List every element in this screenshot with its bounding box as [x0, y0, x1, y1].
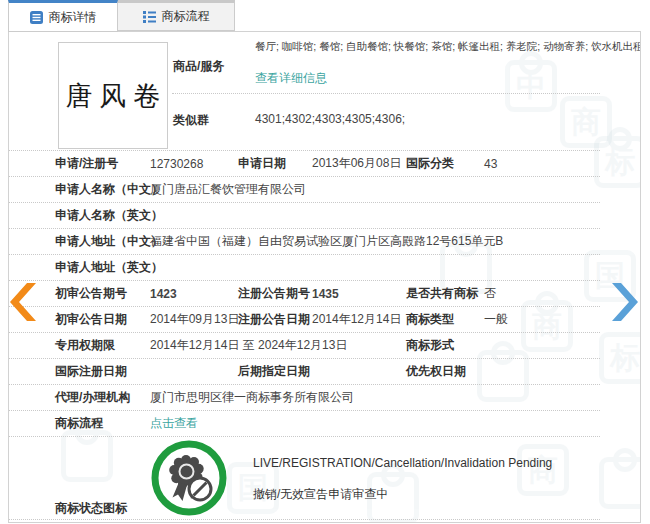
trademark-image: 唐风卷 [58, 42, 168, 149]
goods-services-label: 商品/服务 [173, 58, 224, 75]
field-label: 代理/办理机构 [55, 389, 150, 406]
trademark-status-row: 商标状态图标 [9, 436, 600, 520]
view-details-link[interactable]: 查看详细信息 [255, 70, 327, 87]
field-label: 申请人名称（英文） [55, 207, 150, 224]
trademark-name: 唐风卷 [59, 78, 168, 114]
field-label: 申请人地址（英文） [55, 259, 150, 276]
goods-services-value: 餐厅; 咖啡馆; 餐馆; 自助餐馆; 快餐馆; 茶馆; 帐篷出租; 养老院; 动… [255, 40, 640, 54]
field-value: 2014年09月13日 [150, 311, 238, 328]
field-label: 国际注册日期 [55, 363, 150, 380]
field-label: 申请人名称（中文） [55, 181, 150, 198]
table-row: 申请人名称（英文） [9, 203, 600, 229]
status-text-zh: 撤销/无效宣告申请审查中 [253, 486, 388, 503]
field-value: 2014年12月14日 [312, 311, 406, 328]
table-row: 商标流程 点击查看 [9, 411, 600, 437]
field-label: 申请日期 [238, 155, 312, 172]
table-row: 代理/办理机构 厦门市思明区律一商标事务所有限公司 [9, 385, 600, 411]
table-row: 初审公告期号 1423 注册公告期号 1435 是否共有商标 否 [9, 281, 600, 307]
previous-arrow-button[interactable] [10, 283, 38, 321]
field-value: 厦门唐品汇餐饮管理有限公司 [150, 181, 600, 198]
field-label: 商标流程 [55, 415, 150, 432]
field-value: 1435 [312, 287, 406, 301]
field-label: 初审公告日期 [55, 311, 150, 328]
table-row: 申请人名称（中文） 厦门唐品汇餐饮管理有限公司 [9, 177, 600, 203]
field-value: 厦门市思明区律一商标事务所有限公司 [150, 389, 600, 406]
field-label: 注册公告期号 [238, 285, 312, 302]
field-value: 1423 [150, 287, 238, 301]
field-value: 福建省中国（福建）自由贸易试验区厦门片区高殿路12号615单元B [150, 233, 600, 250]
tab-trademark-detail[interactable]: 商标详情 [8, 0, 118, 32]
field-label: 专用权期限 [55, 337, 150, 354]
field-label: 后期指定日期 [238, 363, 312, 380]
field-label: 申请人地址（中文） [55, 233, 150, 250]
status-icon-label: 商标状态图标 [55, 500, 127, 517]
table-row: 申请/注册号 12730268 申请日期 2013年06月08日 国际分类 43 [9, 151, 600, 177]
field-label: 申请/注册号 [55, 155, 150, 172]
field-value: 否 [484, 285, 600, 302]
field-label: 是否共有商标 [406, 285, 484, 302]
tab-trademark-detail-label: 商标详情 [49, 9, 97, 26]
field-value: 2014年12月14日 至 2024年12月13日 [150, 337, 406, 354]
click-to-view-link[interactable]: 点击查看 [150, 415, 600, 432]
document-list-icon [30, 11, 43, 24]
tab-bar: 商标详情 商标流程 [0, 0, 650, 31]
similar-group-label: 类似群 [173, 112, 209, 129]
table-row: 初审公告日期 2014年09月13日 注册公告日期 2014年12月14日 商标… [9, 307, 600, 333]
field-value: 12730268 [150, 157, 238, 171]
table-row: 国际注册日期 后期指定日期 优先权日期 [9, 359, 600, 385]
detail-table: 申请/注册号 12730268 申请日期 2013年06月08日 国际分类 43… [9, 150, 600, 437]
next-arrow-button[interactable] [610, 283, 638, 321]
table-row: 申请人地址（英文） [9, 255, 600, 281]
field-label: 国际分类 [406, 155, 484, 172]
field-label: 商标类型 [406, 311, 484, 328]
field-label: 商标形式 [406, 337, 484, 354]
divider [172, 93, 600, 94]
table-row: 专用权期限 2014年12月14日 至 2024年12月13日 商标形式 [9, 333, 600, 359]
field-value: 一般 [484, 311, 600, 328]
trademark-detail-page: 商标详情 商标流程 中 商 标 国 商 标 国 商 [0, 0, 650, 524]
field-label: 注册公告日期 [238, 311, 312, 328]
list-bullets-icon [143, 10, 156, 23]
table-row: 申请人地址（中文） 福建省中国（福建）自由贸易试验区厦门片区高殿路12号615单… [9, 229, 600, 255]
status-text-en: LIVE/REGISTRATION/Cancellation/Invalidat… [253, 456, 552, 470]
field-label: 优先权日期 [406, 363, 484, 380]
field-value: 43 [484, 157, 600, 171]
field-label: 初审公告期号 [55, 285, 150, 302]
tab-trademark-flow[interactable]: 商标流程 [118, 0, 235, 31]
tab-trademark-flow-label: 商标流程 [162, 8, 210, 25]
field-value: 2013年06月08日 [312, 155, 406, 172]
medal-prohibition-status-icon [150, 439, 228, 517]
trademark-detail-panel: 中 商 标 国 商 标 国 商 唐风卷 商品/服务 餐厅; 咖啡馆; 餐馆; 自… [8, 31, 641, 523]
similar-group-value: 4301;4302;4303;4305;4306; [255, 112, 405, 126]
